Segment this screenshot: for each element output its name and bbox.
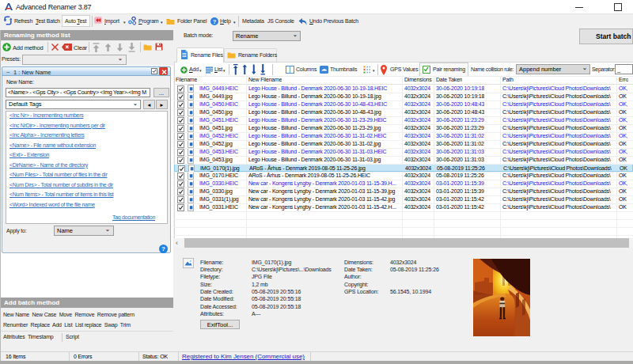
svg-text:?: ?	[213, 18, 217, 25]
svg-text:?: ?	[161, 245, 165, 252]
